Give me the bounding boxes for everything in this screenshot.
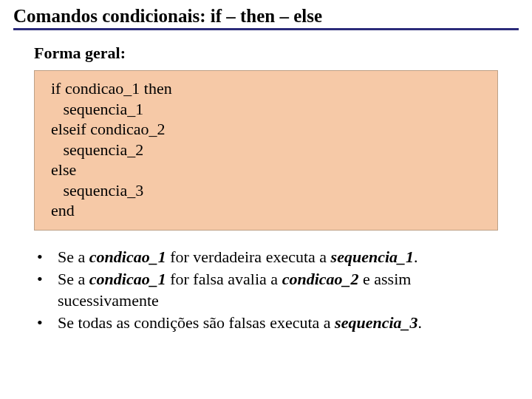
text: Se a bbox=[58, 270, 89, 288]
text: e assim bbox=[359, 270, 412, 288]
section-subtitle: Forma geral: bbox=[34, 44, 519, 63]
code-line: elseif condicao_2 bbox=[51, 119, 481, 140]
emphasis: sequencia_1 bbox=[331, 248, 414, 266]
list-item: Se todas as condições são falsas executa… bbox=[33, 313, 504, 334]
text: Se a bbox=[58, 248, 89, 266]
code-line: else bbox=[51, 160, 481, 180]
text-continuation: sucessivamente bbox=[58, 290, 504, 312]
list-item: Se a condicao_1 for falsa avalia a condi… bbox=[33, 269, 504, 311]
code-line: sequencia_2 bbox=[51, 140, 481, 160]
text: for falsa avalia a bbox=[166, 270, 282, 288]
code-line: sequencia_1 bbox=[51, 99, 481, 120]
bullet-list: Se a condicao_1 for verdadeira executa a… bbox=[33, 247, 504, 334]
text: for verdadeira executa a bbox=[166, 248, 331, 266]
code-line: end bbox=[51, 200, 481, 221]
code-box: if condicao_1 then sequencia_1 elseif co… bbox=[34, 70, 498, 231]
slide: Comandos condicionais: if – then – else … bbox=[0, 0, 532, 334]
slide-title: Comandos condicionais: if – then – else bbox=[13, 6, 519, 27]
emphasis: condicao_1 bbox=[89, 248, 166, 266]
list-item: Se a condicao_1 for verdadeira executa a… bbox=[33, 247, 504, 268]
code-line: sequencia_3 bbox=[51, 180, 481, 201]
title-underline bbox=[13, 28, 519, 30]
text: Se todas as condições são falsas executa… bbox=[58, 313, 335, 332]
code-line: if condicao_1 then bbox=[51, 78, 481, 99]
text: . bbox=[414, 248, 418, 266]
emphasis: sequencia_3 bbox=[335, 313, 417, 332]
text: . bbox=[418, 313, 423, 332]
emphasis: condicao_2 bbox=[282, 270, 359, 288]
emphasis: condicao_1 bbox=[89, 270, 166, 288]
